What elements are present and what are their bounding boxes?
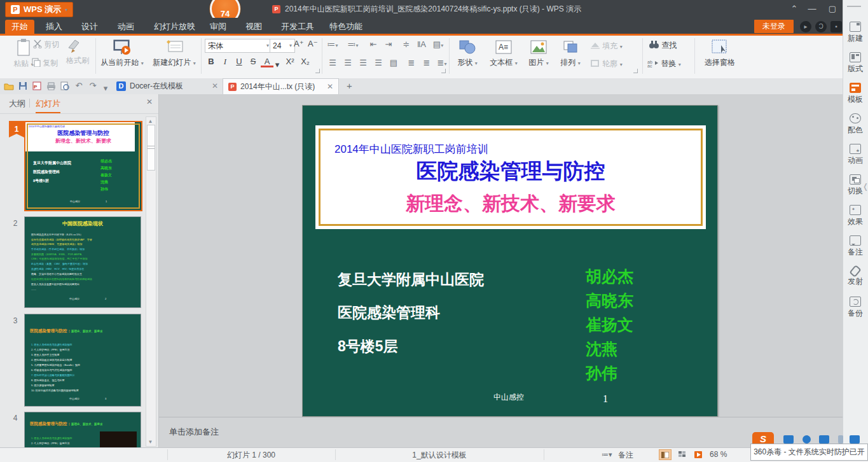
normal-view-button[interactable] [659,449,672,460]
slide-canvas[interactable]: 2014年中山医院新职工岗前培训 医院感染管理与防控 新理念、新技术、新要求 复… [302,105,718,417]
selection-pane-button[interactable]: 选择窗格 [699,38,740,74]
tab-slides[interactable]: 幻灯片 [36,98,60,113]
new-tab-button[interactable]: + [347,80,352,91]
slide-title-box[interactable]: 2014年中山医院新职工岗前培训 医院感染管理与防控 新理念、新技术、新要求 [315,125,706,229]
distribute-text-button[interactable]: ≑ [399,39,413,49]
close-icon[interactable]: ✕ [327,82,333,91]
italic-button[interactable]: I [219,57,231,67]
play-from-current-button[interactable]: 从当前开始 ▾ [99,38,145,74]
notes-area[interactable] [159,417,843,448]
paragraph-spacing-after-button[interactable]: ≣▾ [435,58,449,67]
minimize-button[interactable]: — [804,4,820,13]
textbox-button[interactable]: A≡ 文本框 ▾ [486,38,521,74]
save-icon[interactable] [17,81,29,90]
slideshow-button[interactable] [692,449,705,460]
align-right-button[interactable]: ☰ [356,58,370,67]
zoom-level[interactable]: 68 % [710,450,727,459]
tab-slideshow[interactable]: 幻灯片放映 [148,20,202,34]
store-icon[interactable]: ▪ [830,21,842,32]
sidebar-item-layout[interactable]: 版式 [843,52,868,74]
tab-animation[interactable]: 动画 [111,20,141,34]
distribute-justify-button[interactable]: ▤ [387,58,401,67]
doc-tab-current[interactable]: P 2014年中山...tx (只读) ✕ [223,78,339,94]
tab-view[interactable]: 视图 [239,20,268,34]
bold-button[interactable]: B [205,57,217,66]
sidebar-item-animation[interactable]: ★ 动画 [843,144,868,166]
close-panel-icon[interactable]: ✕ [146,97,153,106]
doc-tab-docer[interactable]: D Docer-在线模板 ✕ [111,78,224,94]
sidebar-item-notes[interactable]: 备注 [843,235,868,258]
notes-toggle[interactable]: 备注 [618,450,633,461]
undo-icon[interactable]: ↶ [72,81,85,90]
print-preview-icon[interactable] [59,81,71,90]
sidebar-item-new[interactable]: 新建 [843,22,868,44]
tab-insert[interactable]: 插入 [39,20,69,34]
justify-button[interactable]: ☰ [371,58,385,67]
print-icon[interactable] [45,81,57,90]
tab-special-features[interactable]: 特色功能 [323,20,369,34]
sidebar-collapse-handle[interactable]: ❬ [862,182,868,191]
copy-button[interactable]: 复制 [32,58,58,69]
increase-indent-button[interactable]: ⇥ [382,39,396,49]
sidebar-item-effects[interactable]: ✦ 效果 [843,205,868,227]
columns-button[interactable]: ‖A [415,39,429,49]
sidebar-item-colors[interactable]: 配色 [843,113,868,136]
slide-sorter-view-button[interactable] [675,449,688,460]
fill-button[interactable]: 填充 ▾ [590,41,623,52]
replace-button[interactable]: abac 替换 ▾ [647,59,681,69]
slide-thumbnail-4[interactable]: 医院感染管理与防控：新理念、新技术、新要求 1. 医务人员锐器伤与血源性感染预防… [24,412,141,448]
cut-button[interactable]: 剪切 [33,39,59,50]
font-color-arrow[interactable]: ▾ [271,60,284,69]
notes-placeholder[interactable]: 单击添加备注 [169,426,219,438]
collapse-ribbon-button[interactable]: ⌃ [786,4,803,13]
bullet-list-button[interactable]: ≔▾ [326,39,340,49]
scroll-down-icon[interactable]: ▼ [147,439,154,445]
tab-devtools[interactable]: 开发工具 [275,20,320,34]
outline-button[interactable]: 轮廓 ▾ [590,59,623,69]
design-template-name[interactable]: 1_默认设计模板 [335,450,544,461]
scrollbar-thumb[interactable] [147,125,155,171]
increase-font-button[interactable]: A⁺ [294,39,304,48]
scroll-up-icon[interactable]: ▲ [147,118,154,124]
underline-button[interactable]: U [233,57,245,66]
subscript-button[interactable]: X₂ [299,57,312,66]
notes-toggle-icon[interactable]: ≔▾ [602,451,612,459]
superscript-button[interactable]: X² [284,57,296,66]
slide-thumbnail-2[interactable]: 中国医院感染现状 医院感染总体发病率已经下降（8.4% vs 5%） 设备性侵袭… [24,216,141,308]
quick-access-more-icon[interactable]: ▾ [99,83,112,93]
paragraph-dialog-launcher[interactable] [441,69,446,73]
decrease-font-button[interactable]: A⁻ [308,39,318,48]
login-button[interactable]: 未登录 [754,20,794,33]
slide-thumbnail-3[interactable]: 医院感染管理与防控：新理念、新技术、新要求 1. 医务人员锐器伤与血源性感染预防… [24,314,141,407]
numbered-list-button[interactable]: ≕▾ [346,39,360,49]
open-file-icon[interactable] [3,81,15,90]
sidebar-item-share[interactable]: 发射 [843,266,868,287]
slide-thumbnail-1[interactable]: 2014年中山医院新职工岗前培训 医院感染管理与防控 新理念、新技术、新要求 复… [24,121,142,211]
picture-button[interactable]: 图片 ▾ [524,38,553,74]
decrease-indent-button[interactable]: ⇤ [366,39,380,49]
tab-review[interactable]: 审阅 [203,20,233,34]
tab-home[interactable]: 开始 [5,20,34,34]
shapes-button[interactable]: 形状 ▾ [453,38,482,74]
arrange-button[interactable]: 排列 ▾ [556,38,585,74]
drawing-dialog-launcher[interactable] [633,69,638,73]
strikethrough-button[interactable]: S [247,57,259,66]
sidebar-close-dash[interactable] [847,6,861,7]
align-left-button[interactable]: ☰ [326,58,340,67]
font-name-select[interactable]: 宋体▾ [205,39,272,53]
find-button[interactable]: 查找 [649,40,677,51]
line-spacing-button[interactable]: ≣ [404,58,418,67]
skin-icon[interactable]: ▸ [800,21,811,32]
new-slide-button[interactable]: 新建幻灯片 ▾ [150,38,198,74]
close-icon[interactable]: ✕ [212,81,218,90]
redo-icon[interactable]: ↷ [86,81,99,90]
sidebar-item-backup[interactable]: 备份 [843,297,868,319]
font-dialog-launcher[interactable] [315,69,320,73]
align-center-button[interactable]: ☰ [341,58,355,67]
text-direction-button[interactable]: ▤▾ [431,39,445,49]
wps-app-button[interactable]: P WPS 演示 ▾ [5,2,73,17]
sidebar-item-template[interactable]: 模板 [843,83,868,105]
paragraph-spacing-before-button[interactable]: ≣ [420,58,434,67]
export-pdf-icon[interactable]: P [31,81,43,90]
format-painter-button[interactable]: 格式刷 [66,38,89,66]
